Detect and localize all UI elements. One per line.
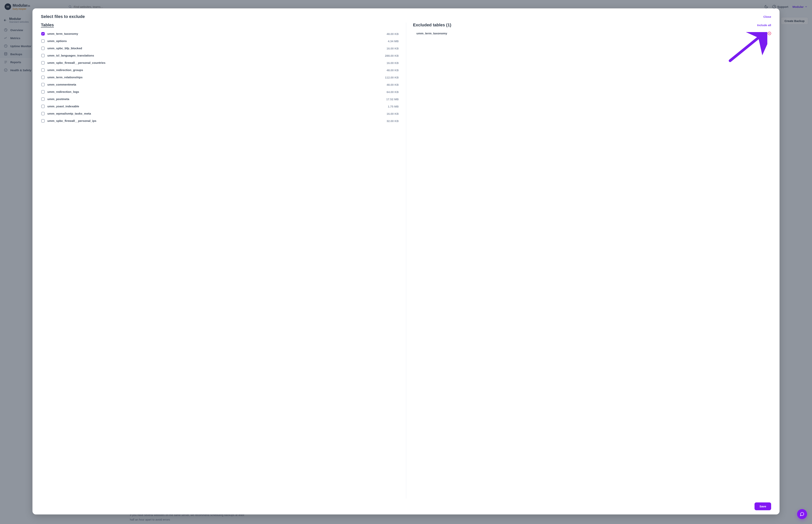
table-row[interactable]: umm_spbc_bfp_blocked16.00 KB — [41, 45, 399, 52]
table-name: umm_yoast_indexable — [47, 105, 385, 108]
excluded-column: Excluded tables (1) Include all umm_term… — [406, 22, 771, 498]
table-name: umm_options — [47, 39, 385, 43]
table-checkbox[interactable] — [41, 54, 45, 57]
table-size: 1.75 MB — [388, 105, 399, 108]
table-row[interactable]: umm_spbc_firewall__personal_ips32.00 KB — [41, 117, 399, 125]
table-size: 32.00 KB — [386, 119, 399, 122]
modal-body: Tables umm_term_taxonomy48.00 KBumm_opti… — [41, 22, 771, 498]
tables-column: Tables umm_term_taxonomy48.00 KBumm_opti… — [41, 22, 406, 498]
table-name: umm_term_taxonomy — [47, 32, 384, 35]
table-checkbox[interactable] — [41, 83, 45, 86]
table-checkbox[interactable] — [41, 61, 45, 65]
table-size: 48.00 KB — [386, 32, 399, 35]
excluded-row: umm_term_taxonomy48.00 KB — [413, 30, 771, 37]
table-name: umm_redirection_groups — [47, 68, 384, 72]
chat-fab[interactable] — [797, 509, 807, 519]
exclude-modal: Select files to exclude Close Tables umm… — [32, 9, 780, 514]
table-row[interactable]: umm_redirection_logs64.00 KB — [41, 88, 399, 96]
excluded-header: Excluded tables (1) Include all — [413, 22, 771, 28]
excluded-name: umm_term_taxonomy — [413, 32, 752, 35]
table-size: 4.34 MB — [388, 39, 399, 43]
table-name: umm_term_relationships — [47, 76, 382, 79]
modal-footer: Save — [41, 498, 771, 510]
table-name: umm_icl_languages_translations — [47, 54, 382, 57]
remove-excluded-button[interactable] — [768, 32, 771, 35]
table-row[interactable]: umm_commentmeta48.00 KB — [41, 81, 399, 88]
tables-header: Tables — [41, 22, 399, 28]
table-row[interactable]: umm_options4.34 MB — [41, 37, 399, 45]
modal-header: Select files to exclude Close — [41, 14, 771, 19]
table-size: 288.00 KB — [385, 54, 399, 57]
table-row[interactable]: umm_spbc_firewall__personal_countries16.… — [41, 59, 399, 66]
tables-list[interactable]: umm_term_taxonomy48.00 KBumm_options4.34… — [41, 30, 399, 498]
table-size: 112.00 KB — [385, 76, 399, 79]
svg-line-9 — [730, 34, 763, 61]
excluded-size: 48.00 KB — [754, 32, 766, 35]
table-checkbox[interactable] — [41, 68, 45, 72]
annotation-arrow — [725, 32, 767, 63]
tables-title[interactable]: Tables — [41, 22, 54, 28]
table-name: umm_spbc_firewall__personal_countries — [47, 61, 384, 65]
table-name: umm_commentmeta — [47, 83, 384, 86]
excluded-title: Excluded tables (1) — [413, 22, 451, 28]
table-name: umm_spbc_bfp_blocked — [47, 47, 384, 50]
excluded-list: umm_term_taxonomy48.00 KB — [413, 30, 771, 37]
table-checkbox[interactable] — [41, 97, 45, 101]
table-row[interactable]: umm_yoast_indexable1.75 MB — [41, 103, 399, 110]
table-size: 17.52 MB — [386, 98, 399, 101]
table-size: 48.00 KB — [386, 83, 399, 86]
table-size: 48.00 KB — [386, 68, 399, 72]
table-checkbox[interactable] — [41, 76, 45, 79]
table-row[interactable]: umm_icl_languages_translations288.00 KB — [41, 52, 399, 59]
close-button[interactable]: Close — [763, 15, 771, 18]
table-row[interactable]: umm_term_relationships112.00 KB — [41, 74, 399, 81]
table-checkbox[interactable] — [41, 105, 45, 108]
table-name: umm_redirection_logs — [47, 90, 384, 94]
table-row[interactable]: umm_postmeta17.52 MB — [41, 96, 399, 103]
table-name: umm_postmeta — [47, 97, 383, 101]
table-checkbox[interactable] — [41, 112, 45, 115]
table-checkbox[interactable] — [41, 119, 45, 122]
include-all-button[interactable]: Include all — [757, 23, 771, 27]
table-checkbox[interactable] — [41, 32, 45, 35]
table-size: 64.00 KB — [386, 90, 399, 94]
table-checkbox[interactable] — [41, 39, 45, 43]
table-name: umm_wpmailsmtp_tasks_meta — [47, 112, 384, 115]
save-button[interactable]: Save — [755, 503, 771, 510]
table-size: 16.00 KB — [386, 47, 399, 50]
table-checkbox[interactable] — [41, 47, 45, 50]
modal-title: Select files to exclude — [41, 14, 85, 19]
table-row[interactable]: umm_redirection_groups48.00 KB — [41, 66, 399, 74]
table-row[interactable]: umm_wpmailsmtp_tasks_meta16.00 KB — [41, 110, 399, 117]
table-size: 16.00 KB — [386, 61, 399, 65]
table-name: umm_spbc_firewall__personal_ips — [47, 119, 384, 122]
table-row[interactable]: umm_term_taxonomy48.00 KB — [41, 30, 399, 37]
table-checkbox[interactable] — [41, 90, 45, 94]
chat-icon — [800, 512, 805, 517]
table-size: 16.00 KB — [386, 112, 399, 115]
